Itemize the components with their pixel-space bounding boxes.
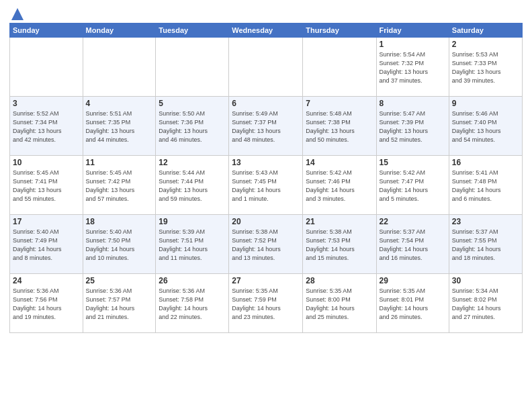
day-info: Sunrise: 5:52 AM Sunset: 7:34 PM Dayligh… [13,109,80,144]
day-number: 1 [380,40,446,49]
day-number: 30 [452,276,519,285]
day-info: Sunrise: 5:38 AM Sunset: 7:52 PM Dayligh… [232,228,300,263]
day-number: 25 [86,276,153,285]
day-number: 8 [380,99,446,108]
day-info: Sunrise: 5:49 AM Sunset: 7:37 PM Dayligh… [232,109,300,144]
weekday-header: Saturday [449,24,522,38]
day-info: Sunrise: 5:47 AM Sunset: 7:39 PM Dayligh… [380,109,446,144]
day-number: 5 [159,99,226,108]
day-info: Sunrise: 5:39 AM Sunset: 7:51 PM Dayligh… [159,228,226,263]
calendar-cell: 9Sunrise: 5:46 AM Sunset: 7:40 PM Daylig… [449,97,522,156]
day-info: Sunrise: 5:53 AM Sunset: 7:33 PM Dayligh… [452,50,519,85]
page: SundayMondayTuesdayWednesdayThursdayFrid… [0,0,532,411]
header [9,7,523,19]
day-number: 22 [380,217,446,226]
weekday-header: Wednesday [229,24,303,38]
calendar-week-row: 3Sunrise: 5:52 AM Sunset: 7:34 PM Daylig… [10,97,523,156]
calendar-cell [10,38,83,97]
weekday-header: Friday [376,24,449,38]
day-info: Sunrise: 5:41 AM Sunset: 7:48 PM Dayligh… [452,169,519,203]
day-info: Sunrise: 5:43 AM Sunset: 7:45 PM Dayligh… [232,169,300,203]
day-info: Sunrise: 5:36 AM Sunset: 7:56 PM Dayligh… [13,287,80,322]
weekday-header: Tuesday [156,24,229,38]
calendar-week-row: 24Sunrise: 5:36 AM Sunset: 7:56 PM Dayli… [10,274,523,333]
weekday-header: Monday [83,24,156,38]
calendar-cell: 3Sunrise: 5:52 AM Sunset: 7:34 PM Daylig… [10,97,83,156]
calendar-cell: 27Sunrise: 5:35 AM Sunset: 7:59 PM Dayli… [229,274,303,333]
logo-icon [10,7,25,21]
calendar-cell: 1Sunrise: 5:54 AM Sunset: 7:32 PM Daylig… [376,38,449,97]
svg-marker-0 [11,8,24,20]
day-info: Sunrise: 5:37 AM Sunset: 7:54 PM Dayligh… [380,228,446,263]
day-number: 2 [452,40,519,49]
day-info: Sunrise: 5:51 AM Sunset: 7:35 PM Dayligh… [86,109,153,144]
day-info: Sunrise: 5:37 AM Sunset: 7:55 PM Dayligh… [452,228,519,263]
day-number: 28 [306,276,373,285]
day-info: Sunrise: 5:36 AM Sunset: 7:57 PM Dayligh… [86,287,153,322]
calendar-week-row: 1Sunrise: 5:54 AM Sunset: 7:32 PM Daylig… [10,38,523,97]
calendar-cell: 20Sunrise: 5:38 AM Sunset: 7:52 PM Dayli… [229,215,303,274]
day-number: 13 [232,158,300,167]
calendar-cell: 21Sunrise: 5:38 AM Sunset: 7:53 PM Dayli… [303,215,376,274]
calendar-cell: 23Sunrise: 5:37 AM Sunset: 7:55 PM Dayli… [449,215,522,274]
calendar-cell: 22Sunrise: 5:37 AM Sunset: 7:54 PM Dayli… [376,215,449,274]
day-number: 17 [13,217,80,226]
logo [9,7,25,19]
day-info: Sunrise: 5:50 AM Sunset: 7:36 PM Dayligh… [159,109,226,144]
day-number: 12 [159,158,226,167]
calendar-cell [229,38,303,97]
calendar-cell [303,38,376,97]
calendar-week-row: 17Sunrise: 5:40 AM Sunset: 7:49 PM Dayli… [10,215,523,274]
calendar-table: SundayMondayTuesdayWednesdayThursdayFrid… [9,23,523,333]
day-number: 4 [86,99,153,108]
calendar-cell [156,38,229,97]
day-number: 20 [232,217,300,226]
calendar-cell: 28Sunrise: 5:35 AM Sunset: 8:00 PM Dayli… [303,274,376,333]
calendar-cell: 8Sunrise: 5:47 AM Sunset: 7:39 PM Daylig… [376,97,449,156]
day-info: Sunrise: 5:35 AM Sunset: 8:01 PM Dayligh… [380,287,446,322]
day-number: 15 [380,158,446,167]
calendar-cell: 16Sunrise: 5:41 AM Sunset: 7:48 PM Dayli… [449,156,522,215]
weekday-header: Thursday [303,24,376,38]
day-number: 6 [232,99,300,108]
day-info: Sunrise: 5:45 AM Sunset: 7:41 PM Dayligh… [13,169,80,203]
calendar-cell: 7Sunrise: 5:48 AM Sunset: 7:38 PM Daylig… [303,97,376,156]
calendar-cell: 29Sunrise: 5:35 AM Sunset: 8:01 PM Dayli… [376,274,449,333]
day-number: 26 [159,276,226,285]
day-info: Sunrise: 5:45 AM Sunset: 7:42 PM Dayligh… [86,169,153,203]
day-number: 27 [232,276,300,285]
calendar-cell: 24Sunrise: 5:36 AM Sunset: 7:56 PM Dayli… [10,274,83,333]
weekday-header: Sunday [10,24,83,38]
calendar-cell: 25Sunrise: 5:36 AM Sunset: 7:57 PM Dayli… [83,274,156,333]
day-number: 10 [13,158,80,167]
day-number: 23 [452,217,519,226]
day-info: Sunrise: 5:44 AM Sunset: 7:44 PM Dayligh… [159,169,226,203]
day-number: 9 [452,99,519,108]
calendar-cell: 12Sunrise: 5:44 AM Sunset: 7:44 PM Dayli… [156,156,229,215]
calendar-header-row: SundayMondayTuesdayWednesdayThursdayFrid… [10,24,523,38]
day-number: 29 [380,276,446,285]
day-info: Sunrise: 5:54 AM Sunset: 7:32 PM Dayligh… [380,50,446,85]
day-number: 11 [86,158,153,167]
calendar-cell: 4Sunrise: 5:51 AM Sunset: 7:35 PM Daylig… [83,97,156,156]
calendar-cell: 15Sunrise: 5:42 AM Sunset: 7:47 PM Dayli… [376,156,449,215]
calendar-cell: 5Sunrise: 5:50 AM Sunset: 7:36 PM Daylig… [156,97,229,156]
day-info: Sunrise: 5:35 AM Sunset: 8:00 PM Dayligh… [306,287,373,322]
day-info: Sunrise: 5:35 AM Sunset: 7:59 PM Dayligh… [232,287,300,322]
calendar-cell: 13Sunrise: 5:43 AM Sunset: 7:45 PM Dayli… [229,156,303,215]
day-info: Sunrise: 5:46 AM Sunset: 7:40 PM Dayligh… [452,109,519,144]
day-number: 18 [86,217,153,226]
day-info: Sunrise: 5:40 AM Sunset: 7:49 PM Dayligh… [13,228,80,263]
day-number: 3 [13,99,80,108]
day-number: 16 [452,158,519,167]
calendar-cell: 2Sunrise: 5:53 AM Sunset: 7:33 PM Daylig… [449,38,522,97]
calendar-cell: 26Sunrise: 5:36 AM Sunset: 7:58 PM Dayli… [156,274,229,333]
day-info: Sunrise: 5:38 AM Sunset: 7:53 PM Dayligh… [306,228,373,263]
day-number: 14 [306,158,373,167]
calendar-cell: 30Sunrise: 5:34 AM Sunset: 8:02 PM Dayli… [449,274,522,333]
day-number: 19 [159,217,226,226]
calendar-cell: 19Sunrise: 5:39 AM Sunset: 7:51 PM Dayli… [156,215,229,274]
day-number: 7 [306,99,373,108]
calendar-cell: 18Sunrise: 5:40 AM Sunset: 7:50 PM Dayli… [83,215,156,274]
day-number: 21 [306,217,373,226]
